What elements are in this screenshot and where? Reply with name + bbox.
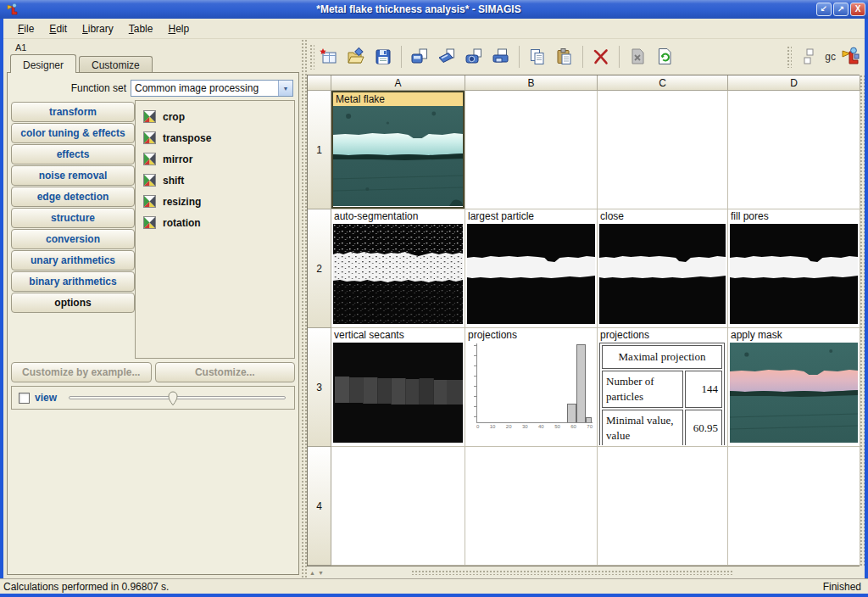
category-transform[interactable]: transform (11, 102, 135, 122)
printer-icon (491, 47, 511, 67)
view-checkbox[interactable] (19, 393, 30, 404)
pinwheel-icon (143, 195, 156, 208)
refresh-page-icon (654, 47, 675, 67)
category-edge-detection[interactable]: edge detection (11, 187, 135, 207)
scrollbar-track[interactable] (411, 570, 733, 575)
copy-button[interactable] (525, 44, 550, 70)
auto-segmentation-image (333, 224, 463, 324)
close-button[interactable]: X (850, 3, 865, 16)
view-slider-thumb[interactable] (168, 391, 178, 406)
cell-label: fill pores (728, 209, 860, 223)
menu-library[interactable]: Library (75, 20, 121, 37)
function-set-dropdown[interactable]: Common image processing ▼ (131, 80, 293, 97)
chevron-down-icon[interactable]: ▼ (278, 81, 292, 96)
save-button[interactable] (370, 44, 396, 70)
export-disabled-button[interactable] (625, 44, 650, 70)
print-button[interactable] (488, 44, 514, 70)
row-header-1[interactable]: 1 (308, 91, 331, 209)
cell-D2[interactable]: fill pores (728, 209, 860, 328)
spreadsheet: A B C D 1 Metal flake (307, 75, 860, 566)
apply-mask-image (730, 343, 858, 443)
open-button[interactable] (343, 44, 369, 70)
row-header-3[interactable]: 3 (308, 328, 331, 447)
projection-table-value: 144 (685, 371, 722, 408)
menu-help[interactable]: Help (160, 20, 197, 37)
cell-C1[interactable] (598, 91, 728, 209)
grid-corner[interactable] (308, 75, 331, 91)
projection-table: Maximal projection Number of particles 1… (599, 343, 726, 445)
tab-customize[interactable]: Customize (79, 56, 153, 72)
function-item-shift[interactable]: shift (136, 170, 294, 191)
cell-C4[interactable] (598, 447, 728, 566)
histogram-x-ticks: 010203040506070 (476, 424, 593, 430)
new-table-button[interactable] (316, 44, 342, 70)
menu-file[interactable]: File (10, 20, 42, 37)
category-list: transform color tuning & effects effects… (11, 100, 135, 359)
column-header-D[interactable]: D (728, 75, 860, 91)
category-noise-removal[interactable]: noise removal (11, 165, 135, 186)
category-color-tuning[interactable]: color tuning & effects (11, 123, 135, 143)
column-header-A[interactable]: A (331, 75, 465, 91)
category-binary-arithmetics[interactable]: binary arithmetics (11, 271, 135, 292)
cell-B1[interactable] (465, 91, 598, 209)
pinwheel-icon (143, 153, 156, 165)
camera-button[interactable] (461, 44, 487, 70)
cell-label: projections (465, 328, 597, 342)
row-header-2[interactable]: 2 (308, 209, 331, 328)
pinwheel-icon (143, 174, 156, 187)
row-header-4[interactable]: 4 (308, 447, 331, 566)
cell-label: largest particle (465, 209, 597, 223)
cell-D4[interactable] (728, 447, 860, 566)
cell-D3[interactable]: apply mask (728, 328, 860, 447)
category-conversion[interactable]: conversion (11, 229, 135, 249)
paste-button[interactable] (552, 44, 577, 70)
cell-D1[interactable] (728, 91, 860, 209)
category-structure[interactable]: structure (11, 208, 135, 228)
panel-splitter[interactable] (301, 39, 307, 578)
column-header-C[interactable]: C (598, 75, 728, 91)
menu-edit[interactable]: Edit (42, 20, 75, 37)
window-title: *Metal flake thickness analysis* - SIMAG… (21, 3, 816, 15)
menu-table[interactable]: Table (121, 20, 161, 37)
customize-by-example-button[interactable]: Customize by example... (11, 362, 152, 382)
import-device-button[interactable] (407, 44, 432, 70)
view-panel: view (11, 386, 295, 410)
category-unary-arithmetics[interactable]: unary arithmetics (11, 250, 135, 271)
app-window: *Metal flake thickness analysis* - SIMAG… (0, 0, 868, 597)
cell-A1[interactable]: Metal flake (331, 91, 465, 209)
category-options[interactable]: options (11, 293, 135, 313)
cell-A2[interactable]: auto-segmentation (331, 209, 465, 328)
cell-B4[interactable] (465, 447, 598, 566)
column-header-B[interactable]: B (465, 75, 598, 91)
toolbar-separator (401, 46, 402, 68)
tab-designer[interactable]: Designer (10, 54, 76, 73)
function-item-mirror[interactable]: mirror (136, 148, 294, 170)
customize-button[interactable]: Customize... (155, 362, 296, 382)
scroll-up-icon[interactable]: ▲ (309, 570, 316, 576)
designer-tab-content: Function set Common image processing ▼ t… (7, 72, 299, 575)
function-item-resizing[interactable]: resizing (136, 191, 294, 212)
cells-toggle-button[interactable] (796, 44, 821, 70)
cell-A3[interactable]: vertical secants (331, 328, 465, 447)
scroll-down-icon[interactable]: ▼ (318, 570, 325, 576)
horizontal-scrollbar[interactable]: ▲ ▼ (307, 566, 865, 578)
cell-B2[interactable]: largest particle (465, 209, 598, 328)
toolbar-grip[interactable] (309, 44, 314, 70)
cell-C3[interactable]: projections Maximal projection Number of… (598, 328, 728, 447)
refresh-button[interactable] (652, 44, 677, 70)
function-item-rotation[interactable]: rotation (136, 212, 294, 233)
function-item-transpose[interactable]: transpose (136, 127, 294, 148)
cell-B3[interactable]: projections 010203040506070 (465, 328, 598, 447)
scanner-icon (437, 47, 457, 67)
cell-A4[interactable] (331, 447, 465, 566)
maximize-button[interactable]: ↗ (833, 3, 849, 16)
minimize-button[interactable]: ↙ (816, 3, 832, 16)
scan-button[interactable] (434, 44, 459, 70)
delete-button[interactable] (588, 44, 614, 70)
function-item-crop[interactable]: crop (136, 106, 294, 127)
histogram-plot (476, 343, 593, 423)
category-effects[interactable]: effects (11, 144, 135, 165)
cell-C2[interactable]: close (598, 209, 728, 328)
metal-flake-image (333, 106, 463, 206)
view-slider[interactable] (69, 387, 286, 409)
